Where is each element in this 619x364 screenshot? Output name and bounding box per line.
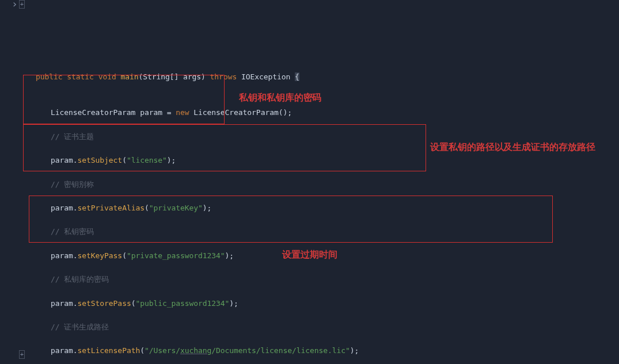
fold-toggle-icon[interactable]: + <box>19 0 25 9</box>
code-line: LicenseCreatorParam param = new LicenseC… <box>21 107 619 119</box>
code-line: param.setLicensePath("/Users/xuchang/Doc… <box>21 345 619 357</box>
code-line: param.setStorePass("public_password1234"… <box>21 298 619 310</box>
annotation-label: 设置私钥的路径以及生成证书的存放路径 <box>430 141 595 154</box>
code-line: param.setSubject("license"); <box>21 155 619 167</box>
code-comment: // 证书主题 <box>21 131 619 143</box>
code-editor[interactable]: › + public static void main(String[] arg… <box>0 0 619 364</box>
gutter-change-marker-icon: › <box>12 2 17 8</box>
code-comment: // 证书生成路径 <box>21 321 619 334</box>
code-comment: // 密钥别称 <box>21 179 619 191</box>
code-line: param.setPrivateAlias("privateKey"); <box>21 202 619 214</box>
code-line: param.setKeyPass("private_password1234")… <box>21 250 619 262</box>
code-comment: // 私钥密码 <box>21 226 619 238</box>
code-comment: // 私钥库的密码 <box>21 274 619 286</box>
code-line: public static void main(String[] args) t… <box>21 71 619 83</box>
fold-toggle-icon[interactable]: + <box>19 350 25 359</box>
annotation-label: 私钥和私钥库的密码 <box>239 92 321 104</box>
